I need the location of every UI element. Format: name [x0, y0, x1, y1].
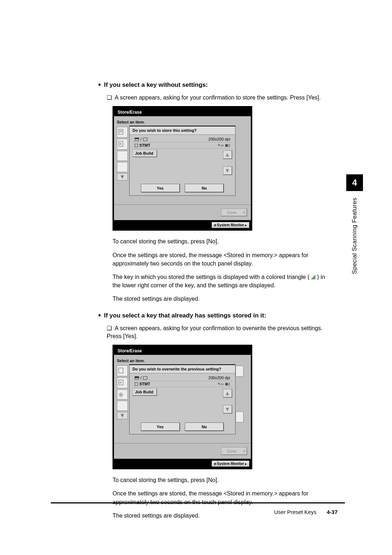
footer-divider	[51, 502, 345, 503]
system-monitor-button[interactable]: System Monitor	[212, 461, 249, 467]
checkbox-icon	[135, 382, 138, 386]
stmt-label: STMT	[139, 143, 150, 147]
select-item-text: Select an item.	[116, 357, 249, 364]
stored-memory-text: Once the settings are stored, the messag…	[113, 251, 334, 268]
dpi-value: 200x200 dpi	[208, 376, 230, 380]
page-number: 4-37	[327, 509, 338, 515]
system-monitor-button[interactable]: System Monitor	[212, 222, 249, 228]
dialog-inner: Select an item. ▼ Do you wish to store t…	[114, 116, 251, 204]
setting-row: / 200x200 dpi	[132, 136, 232, 142]
dialog-scrollers: ▲ ▼	[223, 389, 233, 421]
confirm-dialog: Do you wish to overwrite the previous se…	[129, 364, 236, 434]
dialog-title: Store/Erase	[114, 346, 251, 355]
footer-section: User Preset Keys	[274, 509, 317, 515]
stored-displayed-text: The stored settings are displayed.	[113, 295, 334, 303]
preset-slot[interactable]	[117, 139, 128, 150]
colored-triangle-text: The key in which you stored the settings…	[113, 273, 334, 289]
setting-row: / 200x200 dpi	[132, 375, 232, 381]
stmt-label: STMT	[139, 382, 150, 386]
scroll-up-icon[interactable]: ▲	[223, 150, 232, 159]
heading-no-settings: If you select a key without settings:	[98, 81, 334, 89]
confirm-prompt: Do you wish to store this setting?	[130, 126, 235, 135]
confirm-dialog: Do you wish to store this setting? / 200…	[129, 126, 236, 196]
svg-rect-5	[119, 380, 123, 385]
triangle-icon	[311, 275, 315, 279]
format-icons: ✎▭ ▦▯	[218, 143, 230, 147]
cancel-no-text: To cancel storing the settings, press [N…	[113, 237, 334, 246]
sysmon-bar: System Monitor	[114, 459, 251, 468]
left-preset-col: ▼	[116, 364, 130, 420]
sysmon-bar: System Monitor	[114, 220, 251, 229]
confirm-prompt: Do you wish to overwrite the previous se…	[130, 365, 235, 373]
preset-slot[interactable]	[117, 389, 128, 400]
cancel-no-text: To cancel storing the settings, press [N…	[113, 476, 334, 484]
content-area: If you select a key without settings: A …	[98, 73, 334, 525]
setting-row: STMT ✎▭ ▦▯	[132, 142, 232, 149]
no-button[interactable]: No	[185, 184, 224, 193]
footer: User Preset Keys 4-37	[274, 509, 338, 515]
done-button[interactable]: Done↲	[221, 208, 247, 216]
preset-slot[interactable]	[117, 365, 128, 376]
setting-row: STMT ✎▭ ▦▯	[132, 381, 232, 387]
select-item-text: Select an item.	[116, 118, 249, 126]
scroll-down-icon[interactable]: ▼	[117, 173, 128, 181]
checkbox-icon	[135, 144, 138, 147]
dialog-title: Store/Erase	[114, 108, 251, 116]
scroll-down-icon[interactable]: ▼	[223, 166, 232, 175]
job-build-button[interactable]: Job Build	[132, 150, 157, 157]
preset-slot[interactable]	[117, 401, 128, 411]
bw-icon-2	[143, 376, 147, 380]
done-bar: Done↲	[114, 204, 251, 220]
return-icon: ↲	[242, 447, 245, 455]
preset-slot-right[interactable]	[236, 412, 244, 422]
bw-icon	[135, 138, 139, 141]
scroll-down-icon[interactable]: ▼	[223, 405, 232, 414]
bw-slash: /	[140, 376, 142, 380]
screenshot-overwrite: Store/Erase Select an item. ▼	[113, 345, 252, 469]
right-preset-col	[236, 366, 246, 424]
instruction-store-confirm: A screen appears, asking for your confir…	[107, 94, 334, 102]
preset-slot[interactable]	[117, 151, 128, 161]
dialog-scrollers: ▲ ▼	[223, 150, 233, 182]
bw-icon	[135, 376, 139, 380]
svg-rect-4	[119, 368, 123, 373]
svg-point-7	[120, 394, 122, 396]
preset-slot[interactable]	[117, 127, 128, 138]
heading-has-settings: If you select a key that already has set…	[98, 312, 334, 319]
preset-slot[interactable]	[117, 377, 128, 388]
dialog-inner: Select an item. ▼ Do	[114, 355, 251, 443]
screenshot-store: Store/Erase Select an item. ▼ Do you wis…	[113, 106, 252, 231]
return-icon: ↲	[242, 209, 245, 216]
done-bar: Done↲	[114, 443, 251, 459]
scroll-up-icon[interactable]: ▲	[223, 389, 232, 398]
left-preset-col: ▼	[116, 126, 130, 182]
side-tab: 4 Special Scanning Features	[346, 174, 363, 274]
stored-memory-text: Once the settings are stored, the messag…	[113, 489, 334, 506]
chapter-label: Special Scanning Features	[351, 198, 358, 274]
job-build-button[interactable]: Job Build	[132, 388, 157, 396]
chapter-number: 4	[346, 174, 363, 191]
preset-slot-right[interactable]	[236, 366, 244, 377]
page: If you select a key without settings: A …	[0, 0, 392, 555]
bw-icon-2	[143, 138, 147, 141]
yes-button[interactable]: Yes	[141, 422, 180, 431]
no-button[interactable]: No	[185, 422, 224, 431]
svg-rect-3	[119, 141, 123, 146]
done-button[interactable]: Done↲	[221, 447, 247, 455]
preset-slot[interactable]	[117, 162, 128, 172]
yes-button[interactable]: Yes	[141, 184, 180, 193]
instruction-overwrite-confirm: A screen appears, asking for your confir…	[107, 324, 334, 341]
format-icons: ✎▭ ▦▯	[218, 382, 230, 386]
scroll-down-icon[interactable]: ▼	[117, 412, 128, 419]
dpi-value: 200x200 dpi	[208, 137, 230, 141]
bw-slash: /	[140, 137, 142, 141]
